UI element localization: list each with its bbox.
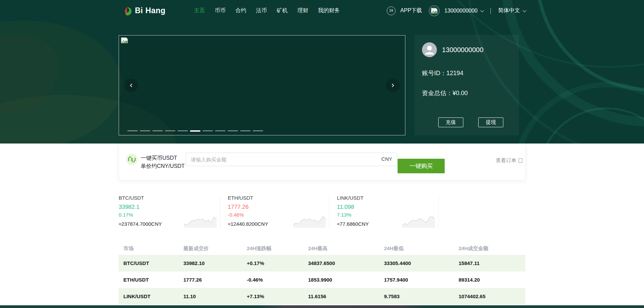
carousel-dash[interactable]: [140, 130, 150, 131]
ticker-pair: LINK/USDT: [337, 195, 438, 201]
carousel-dash[interactable]: [228, 130, 238, 131]
nav-item-contract[interactable]: 合约: [233, 6, 248, 16]
cell-volume: 89314.20: [454, 271, 525, 288]
sparkline-chart: [402, 214, 435, 228]
service-24h-label: 24: [389, 9, 393, 13]
cell-high: 34837.6500: [303, 255, 379, 271]
cell-low: 1757.9400: [379, 271, 454, 288]
ticker-price: 33982.1: [119, 204, 220, 211]
ticker-cards: BTC/USDT 33982.1 0.17% ≈237874.7000CNY E…: [119, 195, 525, 228]
ticker-price: 1777.26: [228, 204, 329, 211]
cell-change: -0.46%: [242, 271, 303, 288]
carousel-dash[interactable]: [165, 130, 175, 131]
hero-section: Bi Hang 主页 币币 合约 法币 矿机 理财 我的财务 24 APP下载: [0, 0, 644, 161]
app-download-link[interactable]: APP下载: [400, 7, 422, 14]
account-id-value: 12194: [446, 70, 463, 76]
col-24h-low: 24H最低: [379, 242, 454, 255]
cell-high: 11.6156: [303, 288, 379, 305]
assets-value: ¥0.00: [452, 90, 468, 96]
col-market: 市场: [119, 242, 179, 255]
footer-strip: [0, 305, 644, 308]
cell-low: 9.7583: [379, 288, 454, 305]
panel-phone-number: 13000000000: [442, 46, 483, 54]
carousel-dash[interactable]: [215, 130, 225, 131]
cell-market: LINK/USDT: [119, 288, 179, 305]
carousel-dash[interactable]: [127, 130, 138, 131]
nav-item-fiat[interactable]: 法币: [254, 6, 269, 16]
account-phone-label: 13000000000: [444, 8, 478, 14]
top-navigation-bar: Bi Hang 主页 币币 合约 法币 矿机 理财 我的财务 24 APP下载: [0, 0, 644, 21]
carousel-next-button[interactable]: ›: [386, 79, 400, 92]
cell-price: 33982.10: [179, 255, 242, 271]
main-nav: 主页 币币 合约 法币 矿机 理财 我的财务: [192, 6, 342, 16]
col-last-price: 最新成交价: [179, 242, 242, 255]
table-header-row: 市场 最新成交价 24H涨跌幅 24H最高 24H最低 24H成交金额: [119, 242, 525, 255]
header-divider: [490, 8, 491, 14]
cell-volume: 15847.11: [454, 255, 525, 271]
market-table: 市场 最新成交价 24H涨跌幅 24H最高 24H最低 24H成交金额 BTC/…: [119, 242, 525, 305]
nav-item-home[interactable]: 主页: [192, 6, 207, 16]
cell-low: 33305.4400: [379, 255, 454, 271]
cell-volume: 1074402.65: [454, 288, 525, 305]
recharge-button[interactable]: 充值: [438, 117, 463, 127]
logo-icon: [122, 6, 132, 16]
account-phone-dropdown[interactable]: 13000000000: [444, 8, 483, 14]
table-row-btc[interactable]: BTC/USDT 33982.10 +0.17% 34837.6500 3330…: [119, 255, 525, 271]
carousel-dash[interactable]: [178, 130, 188, 131]
cell-price: 11.10: [179, 288, 242, 305]
hero-content: ‹ › 13000000000 账号ID：12194: [119, 21, 525, 161]
sparkline-chart: [184, 214, 217, 228]
ticker-pair: BTC/USDT: [119, 195, 220, 201]
page: Bi Hang 主页 币币 合约 法币 矿机 理财 我的财务 24 APP下载: [0, 0, 644, 308]
cell-price: 1777.26: [179, 271, 242, 288]
main-content: $ 一键买币USDT 单价约CNY/USDT CNY 一键购买 查看订单 BTC…: [0, 144, 644, 308]
cell-change: +7.13%: [242, 288, 303, 305]
broken-image-icon: [431, 8, 438, 14]
language-dropdown[interactable]: 简体中文: [498, 7, 525, 14]
carousel-dashes: [127, 130, 263, 132]
ticker-card-btc[interactable]: BTC/USDT 33982.1 0.17% ≈237874.7000CNY: [119, 195, 220, 228]
avatar: [422, 42, 437, 57]
ticker-pair: ETH/USDT: [228, 195, 329, 201]
carousel-dash[interactable]: [253, 130, 263, 131]
service-24h-icon[interactable]: 24: [387, 6, 396, 15]
header-right-cluster: 24 APP下载 13000000000: [387, 5, 525, 16]
cell-high: 1853.9900: [303, 271, 379, 288]
account-id-line: 账号ID：12194: [422, 69, 511, 77]
nav-item-finance[interactable]: 理财: [295, 6, 310, 16]
sparkline-chart: [293, 214, 326, 228]
banner-carousel[interactable]: ‹ ›: [119, 35, 405, 135]
carousel-dash[interactable]: [203, 130, 213, 131]
col-24h-high: 24H最高: [303, 242, 379, 255]
withdraw-button[interactable]: 提现: [478, 117, 503, 127]
cell-change: +0.17%: [242, 255, 303, 271]
person-icon: [422, 42, 437, 57]
chevron-down-icon: [480, 8, 484, 12]
nav-item-spot[interactable]: 币币: [213, 6, 227, 16]
col-24h-volume: 24H成交金额: [454, 242, 525, 255]
account-id-label: 账号ID：: [422, 70, 446, 76]
chevron-down-icon: [523, 8, 526, 12]
table-row-eth[interactable]: ETH/USDT 1777.26 -0.46% 1853.9900 1757.9…: [119, 271, 525, 288]
cell-market: ETH/USDT: [119, 271, 179, 288]
nav-item-mining[interactable]: 矿机: [275, 6, 289, 16]
account-summary-panel: 13000000000 账号ID：12194 资金总估：¥0.00 充值 提现: [415, 35, 519, 135]
assets-label: 资金总估：: [422, 90, 452, 96]
ticker-card-eth[interactable]: ETH/USDT 1777.26 -0.46% ≈12440.8200CNY: [228, 195, 329, 228]
user-avatar-broken-image-icon[interactable]: [429, 5, 440, 16]
carousel-dash[interactable]: [153, 130, 163, 131]
col-24h-change: 24H涨跌幅: [242, 242, 303, 255]
carousel-prev-button[interactable]: ‹: [124, 79, 138, 92]
broken-image-icon: [121, 37, 128, 43]
carousel-dash[interactable]: [190, 130, 200, 132]
assets-line: 资金总估：¥0.00: [422, 89, 511, 97]
brand-logo[interactable]: Bi Hang: [122, 6, 165, 16]
logo-text: Bi Hang: [135, 6, 165, 15]
carousel-dash[interactable]: [240, 130, 250, 131]
quick-buy-title-line2: 单价约CNY/USDT: [141, 162, 185, 170]
table-row-link[interactable]: LINK/USDT 11.10 +7.13% 11.6156 9.7583 10…: [119, 288, 525, 305]
cell-market: BTC/USDT: [119, 255, 179, 271]
ticker-card-link[interactable]: LINK/USDT 11.098 7.13% ≈77.6860CNY: [337, 195, 439, 228]
nav-item-my-assets[interactable]: 我的财务: [316, 6, 342, 16]
ticker-price: 11.098: [337, 204, 438, 211]
